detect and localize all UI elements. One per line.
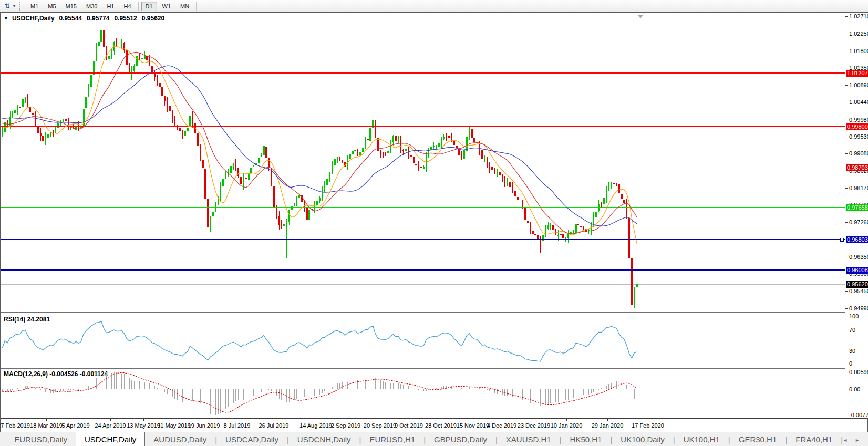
level-price-label: 0.96008 [846,267,868,274]
time-axis-tick [110,419,111,421]
axis-tick [845,308,848,309]
chart-tab-uk100-daily[interactable]: UK100,Daily [612,433,673,446]
timeframe-button-h4[interactable]: H4 [119,2,135,11]
time-axis-tick [409,419,409,421]
price-axis-tick: 0.94990 [849,305,868,312]
tab-scroll-right-icon[interactable]: ► [855,438,860,443]
time-axis-tick [316,419,316,421]
price-axis-tick: 1.01800 [849,48,868,54]
timeframe-button-m30[interactable]: M30 [82,2,101,11]
toolbar-drag-grip[interactable] [19,2,23,11]
time-axis-tick [346,419,346,421]
macd-chart-canvas[interactable] [1,369,845,418]
chart-tab-bar: EURUSD,DailyUSDCHF,DailyAUDUSD,Daily|USD… [0,432,868,446]
date-label: 2 Sep 2019 [331,422,360,429]
macd-axis-label: -0.007737 [849,412,868,418]
time-axis-tick [441,419,441,421]
chart-tab-usdchf-daily[interactable]: USDCHF,Daily [76,432,145,446]
price-axis[interactable]: 1.027101.022501.018001.013501.008901.004… [845,13,868,418]
price-axis-tick: 0.96350 [849,254,868,260]
date-label: 4 Dec 2019 [487,422,516,429]
chart-tab-usdcad-daily[interactable]: USDCAD,Daily [217,433,287,446]
date-label: 26 Jul 2019 [259,422,289,429]
price-axis-tick: 1.00890 [849,82,868,88]
chart-tab-xauusd-h1[interactable]: XAUUSD,H1 [498,433,560,446]
rsi-axis-label: 0 [849,360,852,367]
price-axis-tick: 0.97260 [849,219,868,225]
date-label: 8 Jul 2019 [224,422,251,429]
macd-axis-label: 0.00 [849,386,860,392]
price-axis-tick: 0.99980 [849,117,868,123]
level-price-label: 0.97658 [846,204,868,211]
time-axis-tick [566,419,567,421]
rsi-axis-label: 100 [849,313,859,319]
rsi-axis-label: 70 [849,327,855,333]
timeframe-toolbar: ⇅ ▾ M1M5M15M30H1H4D1W1MN [0,0,868,13]
price-axis-tick: 0.99530 [849,133,868,140]
date-label: 14 Aug 2019 [299,422,332,429]
chart-shift-marker-icon[interactable] [637,15,644,18]
axis-tick [845,120,848,120]
timeframe-button-h1[interactable]: H1 [102,2,118,11]
date-label: 10 Jan 2020 [551,422,583,429]
time-axis-tick [174,419,174,421]
timeframe-button-m1[interactable]: M1 [26,2,43,11]
date-label: 31 May 2019 [157,422,191,429]
date-label: 9 Oct 2019 [395,422,423,429]
chart-tab-ger30-h1[interactable]: GER30,H1 [730,433,786,446]
chart-tab-gbpusd-daily[interactable]: GBPUSD,Daily [426,433,495,446]
timeframe-button-w1[interactable]: W1 [158,2,175,11]
chart-tab-audusd-daily[interactable]: AUDUSD,Daily [145,433,215,446]
chart-tab-eurusd-h1[interactable]: EURUSD,H1 [361,433,423,446]
date-label: 5 Apr 2019 [61,422,89,429]
time-axis-tick [46,419,47,421]
price-axis-tick: 0.99080 [849,150,868,157]
time-axis-tick [502,419,502,421]
timeframe-button-d1[interactable]: D1 [141,2,157,11]
level-price-label: 0.99800 [846,123,868,130]
time-axis-tick [648,419,648,421]
date-label: 19 Jun 2019 [188,422,220,429]
date-label: 24 Apr 2019 [95,422,126,429]
tab-scroll-controls: ◄► [843,438,868,446]
price-chart-canvas[interactable] [1,13,845,312]
chart-tab-hk50-h1[interactable]: HK50,H1 [562,433,611,446]
price-axis-tick: 1.00440 [849,99,868,105]
axis-tick [845,34,848,34]
axis-tick [845,16,848,17]
axis-tick [845,291,848,292]
chevron-down-icon[interactable]: ▾ [13,4,15,8]
timeframe-button-mn[interactable]: MN [176,2,193,11]
rsi-chart-canvas[interactable] [1,314,845,367]
time-axis-tick [534,419,534,421]
price-axis-tick: 0.98170 [849,185,868,191]
axis-tick [845,274,848,274]
chart-tab-fra40-h1[interactable]: FRA40,H1 [787,433,841,446]
time-axis-tick [76,419,76,421]
time-axis[interactable]: 27 Feb 201918 Mar 20195 Apr 201924 Apr 2… [1,418,867,432]
chart-tab-uk100-h1[interactable]: UK100,H1 [675,433,728,446]
date-label: 17 Feb 2020 [632,422,664,429]
timeframe-button-m15[interactable]: M15 [61,2,81,11]
time-axis-tick [143,419,144,421]
current-price-label: 0.95620 [846,281,868,288]
charts-toolbar-icon[interactable]: ⇅ [2,2,13,11]
date-label: 15 Nov 2019 [457,422,489,429]
tab-scroll-left-icon[interactable]: ◄ [843,438,848,443]
timeframe-button-m5[interactable]: M5 [44,2,60,11]
price-axis-tick: 1.02250 [849,30,868,37]
time-axis-tick [607,419,608,421]
date-label: 29 Jan 2020 [592,422,624,429]
axis-tick [845,137,848,137]
chart-tab-eurusd-daily[interactable]: EURUSD,Daily [6,433,76,446]
axis-tick [845,68,848,68]
time-axis-tick [204,419,204,421]
timeframe-buttons: M1M5M15M30H1H4D1W1MN [26,2,199,11]
toolbar-separator [196,2,197,11]
price-axis-tick: 0.95450 [849,288,868,294]
chart-tab-usdcnh-daily[interactable]: USDCNH,Daily [289,433,359,446]
rsi-axis-label: 30 [849,348,855,354]
axis-tick [845,153,848,154]
axis-tick [845,188,848,189]
level-price-label: 0.96803 [846,236,868,243]
